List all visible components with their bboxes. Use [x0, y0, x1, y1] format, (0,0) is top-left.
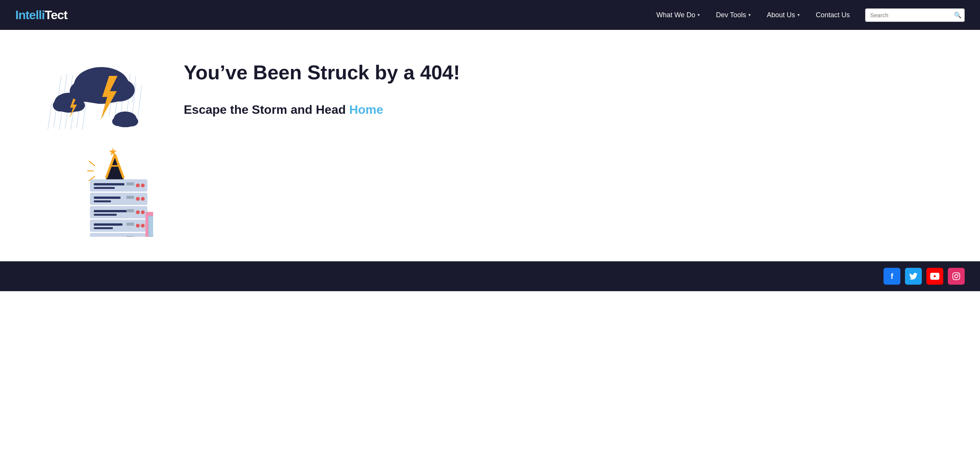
nav-what-we-do[interactable]: What We Do ▾ [650, 8, 706, 22]
svg-rect-63 [94, 187, 115, 189]
svg-rect-55 [90, 233, 147, 237]
error-content: You’ve Been Struck by a 404! Escape the … [184, 53, 949, 117]
nav-dev-tools[interactable]: Dev Tools ▾ [710, 8, 757, 22]
site-footer: f [0, 261, 980, 291]
svg-rect-65 [94, 214, 117, 216]
youtube-link[interactable] [926, 268, 943, 285]
main-nav: What We Do ▾ Dev Tools ▾ About Us ▾ Cont… [650, 8, 856, 22]
svg-line-14 [48, 103, 52, 130]
logo-tect: Tect [45, 8, 67, 22]
search-input[interactable] [865, 8, 965, 22]
svg-line-47 [89, 161, 95, 166]
svg-rect-66 [94, 227, 113, 229]
svg-point-72 [141, 197, 145, 201]
svg-point-73 [136, 210, 140, 214]
error-illustration [31, 53, 153, 238]
chevron-down-icon: ▾ [797, 12, 800, 18]
svg-point-70 [141, 184, 145, 187]
instagram-icon [952, 272, 960, 280]
search-button[interactable]: 🔍 [954, 11, 962, 19]
svg-point-75 [136, 224, 140, 228]
logo-intelli: Intelli [15, 8, 45, 22]
svg-rect-64 [94, 200, 111, 202]
logo[interactable]: IntelliTect [15, 8, 67, 22]
svg-rect-84 [126, 223, 134, 226]
nav-contact-us[interactable]: Contact Us [810, 8, 856, 22]
svg-rect-83 [126, 209, 134, 212]
chevron-down-icon: ▾ [697, 12, 700, 18]
svg-point-40 [75, 84, 128, 103]
twitter-icon [909, 273, 918, 280]
svg-point-36 [114, 119, 136, 127]
escape-text: Escape the Storm and Head Home [184, 103, 949, 117]
svg-rect-82 [126, 196, 134, 199]
youtube-icon [930, 273, 939, 280]
main-content: You’ve Been Struck by a 404! Escape the … [0, 30, 980, 261]
storm-svg [31, 53, 153, 237]
home-link[interactable]: Home [349, 103, 383, 116]
svg-line-27 [138, 85, 142, 118]
instagram-link[interactable] [948, 268, 965, 285]
svg-point-74 [141, 210, 145, 214]
svg-rect-59 [94, 210, 128, 212]
svg-point-71 [136, 197, 140, 201]
error-title: You’ve Been Struck by a 404! [184, 61, 949, 84]
svg-rect-60 [94, 223, 122, 226]
svg-point-31 [56, 102, 82, 112]
svg-rect-58 [94, 197, 121, 199]
nav-about-us[interactable]: About Us ▾ [761, 8, 806, 22]
twitter-link[interactable] [905, 268, 922, 285]
svg-rect-81 [126, 182, 134, 185]
svg-point-76 [141, 224, 145, 228]
site-header: IntelliTect What We Do ▾ Dev Tools ▾ Abo… [0, 0, 980, 30]
search-icon: 🔍 [954, 12, 962, 18]
svg-rect-89 [149, 217, 153, 236]
svg-rect-85 [126, 236, 134, 237]
chevron-down-icon: ▾ [748, 12, 751, 18]
facebook-link[interactable]: f [884, 268, 900, 285]
search-form: 🔍 [865, 8, 965, 22]
svg-point-69 [136, 184, 140, 187]
svg-rect-57 [94, 183, 124, 185]
svg-marker-42 [105, 154, 124, 181]
